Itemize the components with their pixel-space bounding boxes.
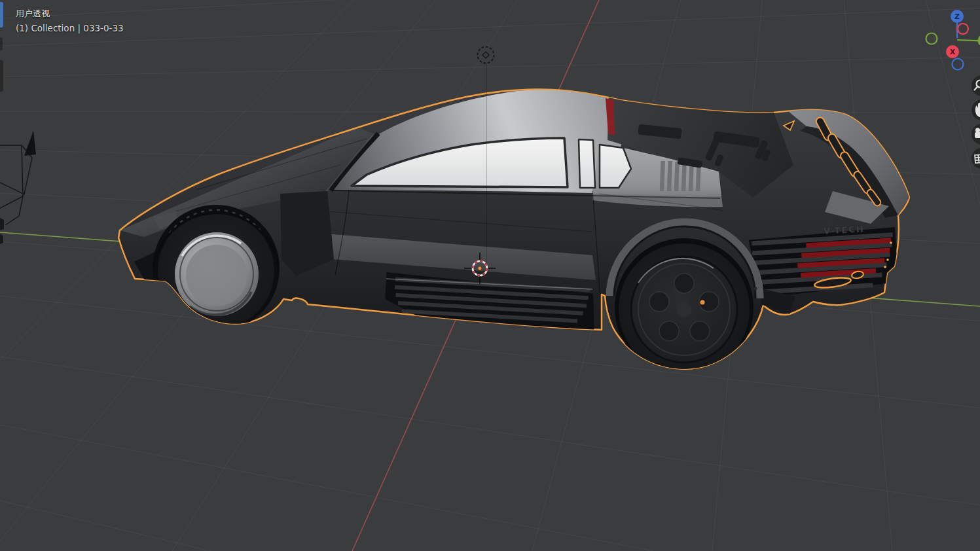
empty-center-diamond	[482, 52, 489, 58]
gizmo-x-neg-ball[interactable]	[958, 24, 968, 34]
gizmo-x-label: X	[950, 48, 956, 56]
navigation-gizmo[interactable]: Z X	[926, 10, 980, 70]
pan-button[interactable]	[971, 99, 980, 120]
gizmo-y-neg-ball[interactable]	[926, 33, 937, 44]
gizmo-z-neg-ball[interactable]	[953, 59, 964, 70]
view-perspective-label: 用户透视	[16, 9, 50, 18]
zoom-button[interactable]	[971, 75, 980, 96]
viewport-canvas: V-TECH	[0, 0, 980, 551]
wheel-origin-dot	[700, 300, 705, 305]
empty-circle	[478, 47, 494, 63]
empty-object[interactable]	[478, 47, 494, 63]
camera-wire-fragment	[0, 218, 4, 230]
toolbar-button-fragment[interactable]	[0, 60, 3, 92]
grid-line	[0, 357, 980, 505]
grid-line	[0, 0, 980, 18]
camera-edge-wire	[22, 145, 23, 196]
grid-toggle-button[interactable]	[971, 148, 980, 169]
rear-wheel	[615, 238, 753, 377]
car-model[interactable]: V-TECH	[118, 89, 909, 377]
gizmo-y-pos-ball[interactable]	[978, 35, 980, 47]
toolbar-button-fragment[interactable]	[0, 37, 3, 50]
blender-3d-viewport[interactable]: V-TECH	[0, 0, 980, 551]
front-wheel	[153, 205, 280, 332]
toolbar-active-tool-fragment[interactable]	[0, 2, 3, 27]
camera-object[interactable]	[0, 131, 36, 244]
grid-line	[0, 58, 980, 77]
breadcrumb: (1) Collection | 033-0-33	[16, 24, 124, 33]
camera-view-button[interactable]	[971, 124, 980, 145]
cursor-origin-dot	[478, 266, 482, 270]
gizmo-y-line	[957, 40, 980, 41]
grid-line	[0, 9, 980, 46]
mid-window	[579, 139, 595, 188]
grid-line	[0, 501, 980, 551]
camera-wire-fragment	[0, 234, 3, 244]
grid-line	[0, 425, 980, 551]
gizmo-z-label: Z	[954, 12, 960, 21]
viewport-nav-buttons[interactable]	[971, 75, 980, 169]
camera-up-triangle	[24, 131, 36, 156]
